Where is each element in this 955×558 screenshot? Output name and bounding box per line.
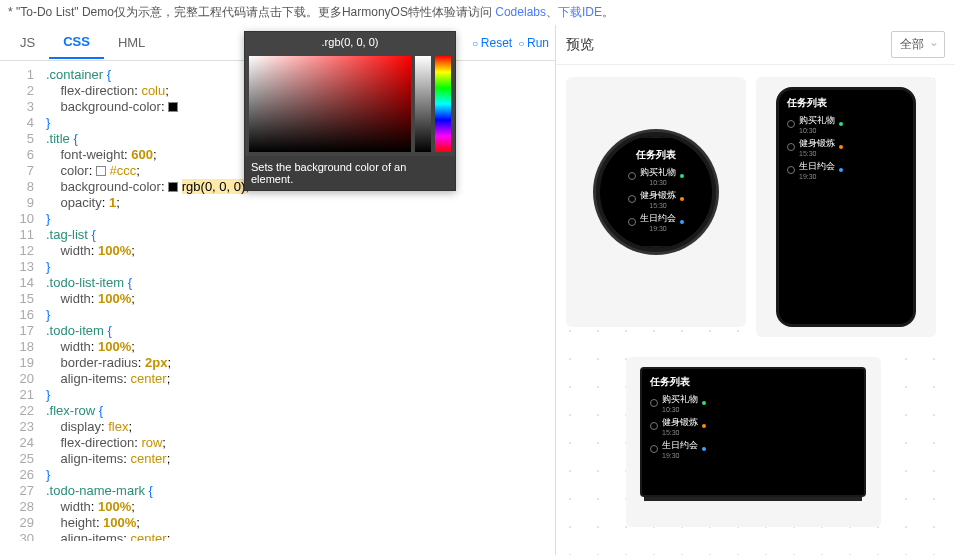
run-button[interactable]: Run xyxy=(518,36,549,50)
tag-dot-icon xyxy=(680,220,684,224)
checkbox-icon xyxy=(787,143,795,151)
demo-banner: * "To-Do List" Demo仅为示意，完整工程代码请点击下载。更多Ha… xyxy=(0,0,955,25)
todo-title: 任务列表 xyxy=(650,375,856,389)
checkbox-icon xyxy=(628,195,636,203)
tag-dot-icon xyxy=(702,447,706,451)
watch-preview[interactable]: 任务列表 购买礼物10:30 健身锻炼15:30 生日约会19:30 xyxy=(566,77,746,327)
phone-preview[interactable]: 任务列表 购买礼物10:30 健身锻炼15:30 生日约会19:30 xyxy=(756,77,936,337)
tag-dot-icon xyxy=(680,197,684,201)
checkbox-icon xyxy=(650,445,658,453)
tab-css[interactable]: CSS xyxy=(49,26,104,59)
checkbox-icon xyxy=(628,172,636,180)
todo-title: 任务列表 xyxy=(608,148,704,162)
download-ide-link[interactable]: 下载IDE xyxy=(558,5,602,19)
preview-title: 预览 xyxy=(566,36,594,54)
checkbox-icon xyxy=(787,166,795,174)
list-item: 健身锻炼15:30 xyxy=(787,137,905,157)
list-item: 生日约会19:30 xyxy=(787,160,905,180)
tag-dot-icon xyxy=(702,424,706,428)
tab-js[interactable]: JS xyxy=(6,27,49,58)
color-picker-title: .rgb(0, 0, 0) xyxy=(245,32,455,52)
color-gradient-area[interactable] xyxy=(249,56,411,152)
reset-button[interactable]: Reset xyxy=(472,36,512,50)
todo-title: 任务列表 xyxy=(787,96,905,110)
tag-dot-icon xyxy=(702,401,706,405)
tag-dot-icon xyxy=(839,168,843,172)
color-luminance-slider[interactable] xyxy=(415,56,431,152)
tab-hml[interactable]: HML xyxy=(104,27,159,58)
tag-dot-icon xyxy=(680,174,684,178)
list-item: 生日约会19:30 xyxy=(650,439,856,459)
codelabs-link[interactable]: Codelabs xyxy=(495,5,546,19)
tv-preview[interactable]: 任务列表 购买礼物10:30 健身锻炼15:30 生日约会19:30 xyxy=(626,357,881,527)
tag-dot-icon xyxy=(839,145,843,149)
color-hue-slider[interactable] xyxy=(435,56,451,152)
color-picker-desc: Sets the background color of an element. xyxy=(245,156,455,190)
list-item: 购买礼物10:30 xyxy=(787,114,905,134)
checkbox-icon xyxy=(650,399,658,407)
checkbox-icon xyxy=(650,422,658,430)
color-picker[interactable]: .rgb(0, 0, 0) Sets the background color … xyxy=(244,31,456,191)
preview-pane: 预览 全部 任务列表 购买礼物10:30 健身锻炼15:30 生日约会19:30… xyxy=(555,25,955,555)
tag-dot-icon xyxy=(839,122,843,126)
editor-pane: JS CSS HML Reset Run 1234567891011121314… xyxy=(0,25,555,555)
list-item: 健身锻炼15:30 xyxy=(608,189,704,209)
list-item: 健身锻炼15:30 xyxy=(650,416,856,436)
checkbox-icon xyxy=(787,120,795,128)
list-item: 生日约会19:30 xyxy=(608,212,704,232)
checkbox-icon xyxy=(628,218,636,226)
device-filter-dropdown[interactable]: 全部 xyxy=(891,31,945,58)
list-item: 购买礼物10:30 xyxy=(608,166,704,186)
list-item: 购买礼物10:30 xyxy=(650,393,856,413)
